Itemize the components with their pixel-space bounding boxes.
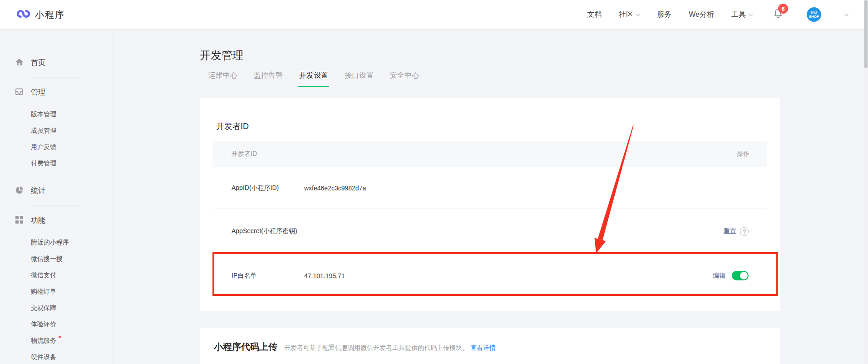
notification-badge: 6 — [778, 4, 788, 14]
scrollbar — [864, 0, 868, 364]
code-upload-description: 开发者可基于配置信息调用微信开发者工具提供的代码上传模块。 — [284, 344, 469, 352]
content-area: 开发管理 运维中心 监控告警 开发设置 接口设置 安全中心 开发者ID 开发者I… — [114, 30, 868, 364]
grid-icon — [15, 215, 24, 226]
chevron-down-icon[interactable] — [844, 12, 849, 16]
sidebar-subitem-logistics-service[interactable]: 物流服务 — [0, 332, 113, 349]
sidebar-subitem-shopping-orders[interactable]: 购物订单 — [0, 283, 113, 299]
sidebar-subitem-user-feedback[interactable]: 用户反馈 — [0, 139, 113, 155]
developer-id-card: 开发者ID 开发者ID 操作 AppID(小程序ID) wxfe46e2c3c9… — [200, 98, 780, 311]
top-header: 小程序 文档 社区 服务 We分析 工具 6 NiU SHOP — [0, 0, 868, 30]
sidebar: 首页 管理 版本管理 成员管理 用户反馈 付费管理 统计 — [0, 30, 114, 364]
table-header-actions: 操作 — [737, 150, 750, 158]
section-title-developer-id: 开发者ID — [200, 98, 780, 132]
tray-icon — [15, 87, 24, 98]
appid-label: AppID(小程序ID) — [232, 184, 304, 192]
chevron-down-icon — [749, 12, 753, 16]
view-details-link[interactable]: 查看详情 — [470, 344, 496, 352]
tab-security-center[interactable]: 安全中心 — [390, 71, 419, 87]
section-title-code-upload: 小程序代码上传 — [214, 341, 277, 353]
table-row-appsecret: AppSecret(小程序密钥) 重置 ? — [212, 209, 767, 254]
table-row-appid: AppID(小程序ID) wxfe46e2c3c9982d7a — [212, 167, 767, 209]
nav-community[interactable]: 社区 — [619, 10, 640, 20]
appid-value: wxfe46e2c3c9982d7a — [304, 184, 749, 192]
header-nav: 文档 社区 服务 We分析 工具 6 NiU SHOP — [587, 7, 848, 22]
sidebar-subitem-wechat-pay[interactable]: 微信支付 — [0, 267, 113, 283]
code-upload-card: 小程序代码上传 开发者可基于配置信息调用微信开发者工具提供的代码上传模块。 查看… — [200, 328, 780, 364]
ip-whitelist-label: IP白名单 — [232, 272, 304, 280]
sidebar-subitem-hardware-device[interactable]: 硬件设备 — [0, 349, 113, 364]
nav-tools[interactable]: 工具 — [731, 10, 752, 20]
help-icon[interactable]: ? — [740, 227, 749, 236]
avatar[interactable]: NiU SHOP — [807, 7, 821, 22]
page-title: 开发管理 — [200, 48, 780, 63]
ip-whitelist-toggle[interactable] — [732, 271, 749, 280]
developer-id-table: 开发者ID 操作 AppID(小程序ID) wxfe46e2c3c9982d7a… — [212, 141, 767, 297]
table-header-developer-id: 开发者ID — [232, 150, 257, 158]
sidebar-item-home[interactable]: 首页 — [0, 55, 113, 70]
sidebar-item-stats[interactable]: 统计 — [0, 183, 113, 199]
pie-chart-icon — [15, 186, 24, 196]
new-badge-dot — [59, 336, 61, 338]
home-icon — [15, 58, 24, 68]
tab-ops-center[interactable]: 运维中心 — [208, 71, 237, 87]
sidebar-subitem-nearby-miniprogram[interactable]: 附近的小程序 — [0, 234, 113, 250]
edit-ip-whitelist-button[interactable]: 编辑 — [713, 272, 725, 280]
nav-docs[interactable]: 文档 — [587, 10, 602, 20]
sidebar-subitem-trade-guarantee[interactable]: 交易保障 — [0, 299, 113, 316]
miniprogram-logo-icon — [17, 7, 30, 22]
chevron-down-icon — [636, 12, 641, 16]
divider — [31, 205, 82, 206]
tab-dev-settings[interactable]: 开发设置 — [299, 71, 328, 87]
brand[interactable]: 小程序 — [17, 7, 65, 22]
tab-monitor-alert[interactable]: 监控告警 — [254, 71, 283, 87]
tab-api-settings[interactable]: 接口设置 — [345, 71, 374, 87]
divider — [31, 176, 82, 176]
reset-appsecret-button[interactable]: 重置 — [724, 227, 736, 235]
sidebar-subitem-wechat-search[interactable]: 微信搜一搜 — [0, 250, 113, 267]
tab-bar: 运维中心 监控告警 开发设置 接口设置 安全中心 — [200, 71, 780, 87]
sidebar-item-manage[interactable]: 管理 — [0, 85, 113, 100]
sidebar-subitem-version-manage[interactable]: 版本管理 — [0, 106, 113, 122]
nav-we-analytics[interactable]: We分析 — [689, 10, 714, 20]
sidebar-subitem-payment-manage[interactable]: 付费管理 — [0, 155, 113, 171]
table-row-ip-whitelist: IP白名单 47.101.195.71 编辑 — [212, 254, 767, 297]
divider — [31, 77, 82, 78]
table-header-row: 开发者ID 操作 — [212, 141, 767, 167]
ip-whitelist-value: 47.101.195.71 — [304, 272, 713, 279]
notification-bell[interactable]: 6 — [772, 8, 784, 21]
scrollbar-thumb[interactable] — [864, 0, 868, 68]
sidebar-item-features[interactable]: 功能 — [0, 213, 113, 228]
sidebar-subitem-experience-rating[interactable]: 体验评价 — [0, 316, 113, 332]
brand-title: 小程序 — [35, 9, 65, 21]
appsecret-label: AppSecret(小程序密钥) — [232, 227, 304, 235]
bell-icon — [772, 13, 784, 21]
sidebar-subitem-member-manage[interactable]: 成员管理 — [0, 122, 113, 139]
nav-services[interactable]: 服务 — [657, 10, 671, 20]
